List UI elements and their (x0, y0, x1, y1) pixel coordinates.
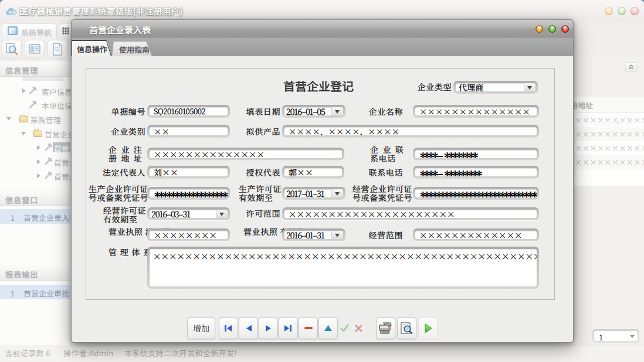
svg-text:y: y (8, 7, 12, 16)
